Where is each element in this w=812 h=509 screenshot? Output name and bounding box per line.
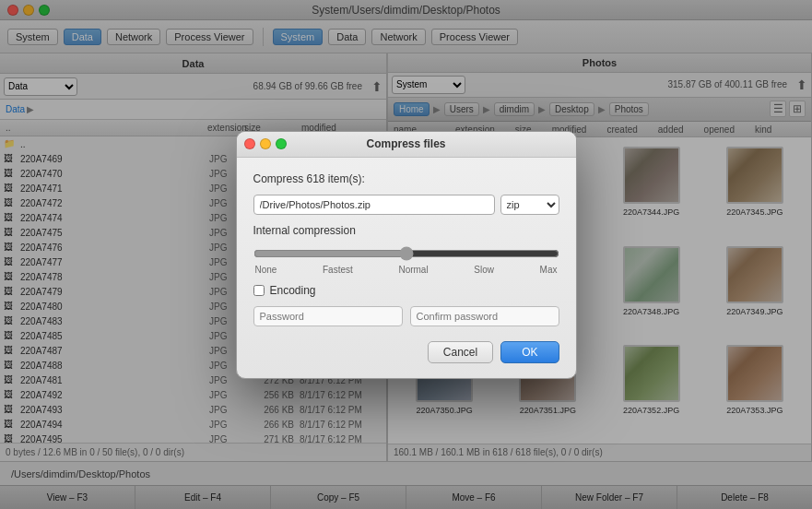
dialog-close-button[interactable] [244,138,255,149]
compression-slider[interactable] [253,246,559,261]
format-select[interactable]: zip tar gz bz2 [500,195,559,215]
dialog-overlay: Compress files Compress 618 item(s): zip… [0,0,812,509]
internal-compression-row: Internal compression None Fastest Normal… [253,224,559,275]
dialog-max-button[interactable] [276,138,287,149]
label-fastest: Fastest [323,265,353,275]
label-max: Max [540,265,558,275]
confirm-password-input[interactable] [410,306,559,326]
label-slow: Slow [474,265,494,275]
dialog-min-button[interactable] [260,138,271,149]
compress-label-row: Compress 618 item(s): [253,172,559,185]
ok-button[interactable]: OK [500,341,559,363]
label-normal: Normal [398,265,428,275]
encoding-label: Encoding [270,284,316,297]
cancel-button[interactable]: Cancel [428,341,493,363]
label-none: None [255,265,277,275]
compress-dialog: Compress files Compress 618 item(s): zip… [236,131,577,379]
encoding-checkbox[interactable] [253,285,265,296]
path-input[interactable] [253,195,495,215]
dialog-body: Compress 618 item(s): zip tar gz bz2 Int… [237,158,576,378]
dialog-buttons: Cancel OK [253,339,559,363]
slider-container: None Fastest Normal Slow Max [253,243,559,275]
internal-compression-label: Internal compression [253,224,559,237]
path-format-row: zip tar gz bz2 [253,195,559,215]
slider-labels: None Fastest Normal Slow Max [253,265,559,275]
dialog-title: Compress files [366,137,445,150]
dialog-title-bar: Compress files [237,132,576,158]
password-row [253,306,559,326]
password-input[interactable] [253,306,403,326]
dialog-window-controls[interactable] [244,138,287,149]
compress-label: Compress 618 item(s): [253,172,559,185]
encoding-row: Encoding [253,284,559,297]
